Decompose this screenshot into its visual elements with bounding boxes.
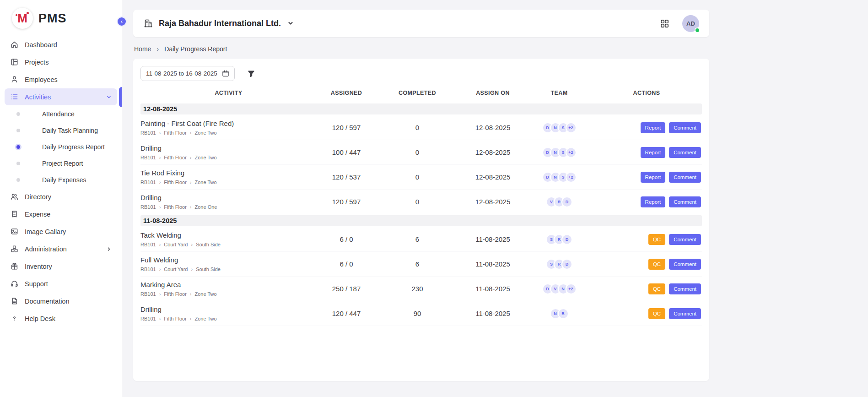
sidebar-item-employees[interactable]: Employees — [5, 71, 117, 88]
chevron-right-icon: › — [159, 242, 161, 247]
sidebar-item-directory[interactable]: Directory — [5, 188, 117, 205]
comment-button[interactable]: Comment — [669, 308, 701, 319]
sidebar-item-projects[interactable]: Projects — [5, 54, 117, 71]
comment-button[interactable]: Comment — [669, 283, 701, 294]
sidebar-subitem-attendance[interactable]: Attendance — [5, 106, 117, 122]
table-row: Drilling RB101›Fifth Floor›Zone Two 120 … — [140, 301, 702, 326]
location-segment: RB101 — [140, 316, 156, 321]
projects-icon — [10, 58, 19, 66]
team-avatars: DNS+2 — [527, 122, 591, 133]
chevron-down-icon — [287, 20, 294, 27]
building-icon — [143, 18, 153, 28]
completed-value: 230 — [376, 285, 458, 293]
activity-cell: Full Welding RB101›Court Yard›South Side — [140, 256, 317, 272]
sidebar-item-documentation[interactable]: Documentation — [5, 293, 117, 310]
comment-button[interactable]: Comment — [669, 172, 701, 183]
location-segment: RB101 — [140, 266, 156, 272]
chevron-right-icon: › — [159, 204, 161, 210]
company-selector[interactable]: Raja Bahadur International Ltd. — [143, 18, 294, 28]
sidebar-item-expense[interactable]: Expense — [5, 206, 117, 223]
row-actions: ReportComment — [591, 196, 702, 207]
filter-button[interactable] — [247, 69, 256, 78]
sidebar-item-label: Inventory — [25, 263, 52, 270]
user-avatar[interactable]: AD — [682, 15, 699, 32]
qc-button[interactable]: QC — [648, 259, 665, 270]
image-icon — [10, 227, 19, 236]
sidebar-item-image-gallery[interactable]: Image Gallary — [5, 223, 117, 240]
completed-value: 90 — [376, 310, 458, 317]
report-button[interactable]: Report — [641, 196, 666, 207]
col-header-team: TEAM — [527, 90, 591, 96]
qc-button[interactable]: QC — [648, 308, 665, 319]
report-button[interactable]: Report — [641, 147, 666, 158]
activity-location-path: RB101›Fifth Floor›Zone Two — [140, 155, 317, 160]
row-actions: QCComment — [591, 308, 702, 319]
date-range-value[interactable] — [146, 70, 222, 77]
breadcrumb-home[interactable]: Home — [134, 45, 151, 53]
collapse-sidebar-button[interactable]: ‹ — [117, 16, 127, 27]
sidebar-subitem-daily-task-planning[interactable]: Daily Task Planning — [5, 122, 117, 139]
completed-value: 0 — [376, 148, 458, 156]
avatar-initials: AD — [686, 20, 695, 27]
receipt-icon — [10, 210, 19, 218]
comment-button[interactable]: Comment — [669, 122, 701, 133]
location-segment: RB101 — [140, 155, 156, 160]
report-table-body: 12-08-2025 Painting - First Coat (Fire R… — [140, 103, 702, 326]
sidebar-item-activities[interactable]: Activities — [5, 88, 117, 105]
chevron-right-icon: › — [190, 204, 192, 210]
people-icon — [10, 192, 19, 201]
sidebar-item-support[interactable]: Support — [5, 275, 117, 292]
app-screen: M PMS ‹ Dashboard Projects Employees Act… — [0, 0, 868, 397]
sidebar-item-label: Administration — [25, 245, 67, 253]
sidebar-item-help-desk[interactable]: Help Desk — [5, 310, 117, 327]
report-button[interactable]: Report — [641, 122, 666, 133]
sidebar-subitem-daily-expenses[interactable]: Daily Expenses — [5, 172, 117, 188]
date-range-input[interactable] — [140, 66, 235, 81]
chevron-right-icon: › — [159, 130, 161, 136]
chevron-right-icon: › — [191, 242, 193, 247]
content-card: ACTIVITY ASSIGNED COMPLETED ASSIGN ON TE… — [133, 59, 709, 381]
qc-button[interactable]: QC — [648, 234, 665, 245]
report-button[interactable]: Report — [641, 172, 666, 183]
assigned-value: 6 / 0 — [317, 235, 376, 243]
chevron-right-icon: › — [156, 45, 159, 53]
sidebar-subitem-label: Attendance — [42, 110, 75, 118]
comment-button[interactable]: Comment — [669, 259, 701, 270]
completed-value: 0 — [376, 173, 458, 181]
assigned-value: 6 / 0 — [317, 260, 376, 268]
sidebar-item-dashboard[interactable]: Dashboard — [5, 36, 117, 53]
sidebar-item-administration[interactable]: Administration — [5, 240, 117, 257]
col-header-activity: ACTIVITY — [140, 90, 317, 96]
activity-cell: Drilling RB101›Fifth Floor›Zone One — [140, 194, 317, 210]
date-group-header: 12-08-2025 — [140, 103, 702, 114]
calendar-icon — [222, 70, 229, 77]
sidebar-item-inventory[interactable]: Inventory — [5, 258, 117, 275]
chevron-right-icon: › — [159, 316, 161, 321]
activity-name: Marking Area — [140, 281, 317, 288]
team-member-avatar: D — [561, 259, 572, 270]
chevron-right-icon: › — [191, 266, 193, 272]
assign-on-date: 12-08-2025 — [458, 148, 527, 156]
comment-button[interactable]: Comment — [669, 147, 701, 158]
col-header-assigned: ASSIGNED — [317, 90, 376, 96]
location-segment: Fifth Floor — [164, 130, 187, 136]
apps-grid-icon[interactable] — [660, 19, 669, 28]
activity-location-path: RB101›Fifth Floor›Zone Two — [140, 291, 317, 297]
blocks-icon — [10, 245, 19, 253]
location-segment: Zone Two — [195, 179, 217, 185]
sidebar-subitem-project-report[interactable]: Project Report — [5, 155, 117, 172]
comment-button[interactable]: Comment — [669, 196, 701, 207]
table-row: Drilling RB101›Fifth Floor›Zone One 120 … — [140, 190, 702, 214]
team-member-avatar: R — [558, 308, 569, 319]
chevron-right-icon: › — [190, 155, 192, 160]
team-avatars: VRD — [527, 196, 591, 207]
location-segment: South Side — [196, 266, 221, 272]
sidebar-item-label: Projects — [25, 59, 49, 66]
activity-cell: Drilling RB101›Fifth Floor›Zone Two — [140, 305, 317, 321]
location-segment: Fifth Floor — [164, 179, 187, 185]
comment-button[interactable]: Comment — [669, 234, 701, 245]
sidebar-subitem-daily-progress-report[interactable]: Daily Progress Report — [5, 139, 117, 155]
sidebar-item-label: Expense — [25, 211, 50, 218]
table-row: Tie Rod Fixing RB101›Fifth Floor›Zone Tw… — [140, 165, 702, 190]
qc-button[interactable]: QC — [648, 283, 665, 294]
